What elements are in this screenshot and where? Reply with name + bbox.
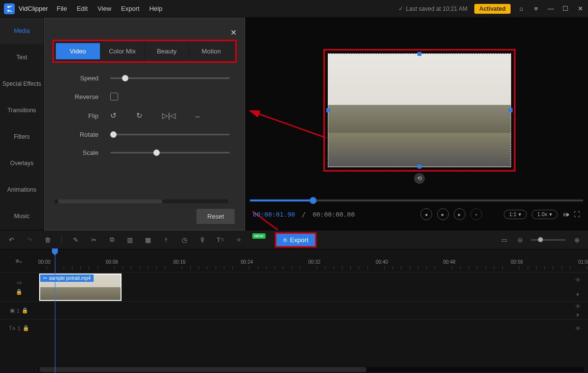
track-menu-icon[interactable]: ≡₊: [0, 249, 38, 272]
play-icon[interactable]: ▸: [437, 208, 449, 220]
activated-badge[interactable]: Activated: [474, 4, 511, 14]
menu-view[interactable]: View: [98, 5, 111, 12]
preview-canvas[interactable]: [328, 53, 511, 167]
overlay-track-head: ▣ 1 🔒: [0, 302, 38, 319]
menu-help[interactable]: Help: [149, 5, 163, 12]
minimize-icon[interactable]: —: [547, 5, 555, 13]
mute-icon[interactable]: 🕨: [575, 291, 585, 297]
sidebar-item-music[interactable]: Music: [0, 203, 44, 229]
duration-icon[interactable]: ◷: [180, 235, 189, 244]
panel-scrollbar[interactable]: [54, 199, 228, 203]
color-icon[interactable]: ✧: [234, 235, 243, 244]
video-clip[interactable]: ✂ sample potrait.mp4: [39, 274, 122, 301]
visibility-icon[interactable]: 👁: [575, 277, 585, 283]
voice-icon[interactable]: 🎙: [198, 235, 207, 244]
svg-line-2: [250, 111, 326, 138]
sidebar-item-filters[interactable]: Filters: [0, 124, 44, 150]
overlay-track[interactable]: ▣ 1 🔒 👁🕨: [0, 301, 588, 319]
next-frame-icon[interactable]: ▸: [454, 208, 466, 220]
flip-horizontal-icon[interactable]: ▷|◁: [162, 111, 176, 120]
zoom-out-icon[interactable]: ⊖: [515, 235, 524, 244]
sidebar: Media Text Special Effects Transitions F…: [0, 18, 44, 230]
visibility-icon[interactable]: 👁: [575, 303, 585, 309]
stats-icon[interactable]: ⫯: [162, 235, 171, 244]
time-ruler[interactable]: 00:0000:0800:1600:2400:3200:4000:4800:56…: [38, 249, 588, 272]
export-button[interactable]: ⎋ Export: [276, 234, 316, 246]
panel-close-icon[interactable]: ✕: [230, 28, 237, 37]
close-icon[interactable]: ✕: [576, 5, 584, 13]
edit-icon[interactable]: ✎: [71, 235, 80, 244]
menu-export[interactable]: Export: [121, 5, 140, 12]
video-track[interactable]: ▭ 🔒 ✂ sample potrait.mp4 👁 🕨: [0, 272, 588, 301]
timeline: ≡₊ 00:0000:0800:1600:2400:3200:4000:4800…: [0, 249, 588, 373]
delete-icon[interactable]: 🗑: [43, 235, 52, 244]
sidebar-item-transitions[interactable]: Transitions: [0, 97, 44, 124]
speed-slider[interactable]: [110, 77, 230, 79]
mute-icon[interactable]: 🕨: [575, 312, 585, 318]
timeline-toolbar: ↶ ↷ 🗑 ✎ ✂ ⧉ ▥ ▦ ⫯ ◷ 🎙 T⍩ ✧ NEW ⎋ Export …: [0, 230, 588, 249]
sidebar-item-animations[interactable]: Animations: [0, 176, 44, 203]
text-to-speech-icon[interactable]: T⍩: [216, 235, 225, 244]
flip-vertical-icon[interactable]: –: [196, 112, 199, 120]
lock-icon[interactable]: 🔒: [23, 325, 29, 331]
crop-icon[interactable]: ⧉: [107, 235, 116, 244]
app-logo: [4, 3, 15, 14]
fullscreen-icon[interactable]: ⛶: [574, 211, 580, 218]
menu-file[interactable]: File: [57, 5, 67, 12]
undo-icon[interactable]: ↶: [7, 235, 16, 244]
timeline-scrollbar[interactable]: [38, 367, 584, 372]
scale-slider[interactable]: [110, 152, 230, 153]
hamburger-icon[interactable]: ≡: [532, 5, 540, 13]
check-icon: ✓: [398, 5, 403, 12]
tab-beauty[interactable]: Beauty: [145, 43, 190, 59]
mosaic-icon[interactable]: ▦: [144, 235, 152, 244]
lock-icon[interactable]: 🔒: [16, 289, 23, 295]
sidebar-item-media[interactable]: Media: [0, 18, 44, 44]
home-icon[interactable]: ⌂: [517, 5, 525, 13]
prev-frame-icon[interactable]: ◂: [420, 208, 432, 220]
rotate-cw-icon[interactable]: ↻: [136, 111, 143, 120]
rotate-slider[interactable]: [110, 134, 230, 135]
sidebar-item-text[interactable]: Text: [0, 44, 44, 71]
maximize-icon[interactable]: ☐: [562, 5, 569, 13]
handle-right[interactable]: [509, 108, 513, 112]
cut-icon[interactable]: ✂: [89, 235, 98, 244]
tab-color-mix[interactable]: Color Mix: [100, 43, 145, 59]
lock-icon[interactable]: 🔒: [22, 307, 28, 314]
tab-video[interactable]: Video: [56, 43, 100, 59]
sidebar-item-overlays[interactable]: Overlays: [0, 150, 44, 176]
handle-bottom[interactable]: [417, 165, 421, 169]
handle-left[interactable]: [326, 108, 330, 112]
sidebar-item-special-effects[interactable]: Special Effects: [0, 71, 44, 97]
snapshot-icon[interactable]: ▭: [500, 235, 509, 244]
text-track[interactable]: Tᴀ 1 🔒 👁: [0, 319, 588, 337]
zoom-slider[interactable]: [531, 239, 565, 241]
export-highlight: ⎋ Export: [275, 232, 317, 248]
rotate-ccw-icon[interactable]: ↺: [110, 111, 117, 120]
volume-icon[interactable]: 🕪: [563, 211, 569, 218]
split-icon[interactable]: ▥: [125, 235, 134, 244]
chevron-down-icon: ▾: [518, 211, 521, 218]
redo-icon[interactable]: ↷: [25, 235, 34, 244]
menu-edit[interactable]: Edit: [77, 5, 88, 12]
playback-bar: 00:00:01.90 / 00:00:00.00 ◂ ▸ ▸ ● 1:1▾ 1…: [245, 199, 588, 230]
reverse-label: Reverse: [59, 93, 98, 100]
last-saved-label: ✓ Last saved at 10:21 AM: [398, 5, 467, 12]
seek-bar[interactable]: [250, 199, 583, 201]
reset-button[interactable]: Reset: [196, 209, 235, 224]
reverse-checkbox[interactable]: [110, 93, 118, 100]
ruler-label: 00:08: [106, 259, 118, 265]
playhead[interactable]: [55, 249, 55, 373]
tab-motion[interactable]: Motion: [189, 43, 233, 59]
properties-panel: ✕ Video Color Mix Beauty Motion Speed Re…: [44, 18, 245, 230]
seek-thumb[interactable]: [310, 197, 317, 204]
handle-top[interactable]: [417, 52, 421, 56]
playback-speed-pill[interactable]: 1.0x▾: [532, 210, 558, 219]
visibility-icon[interactable]: 👁: [575, 325, 585, 331]
aspect-ratio-pill[interactable]: 1:1▾: [504, 210, 527, 219]
loop-icon[interactable]: ⟲: [414, 173, 425, 184]
zoom-in-icon[interactable]: ⊕: [572, 235, 581, 244]
record-icon[interactable]: ●: [470, 208, 482, 220]
overlay-track-number: 1: [17, 308, 20, 314]
ruler-label: 00:24: [241, 259, 253, 265]
